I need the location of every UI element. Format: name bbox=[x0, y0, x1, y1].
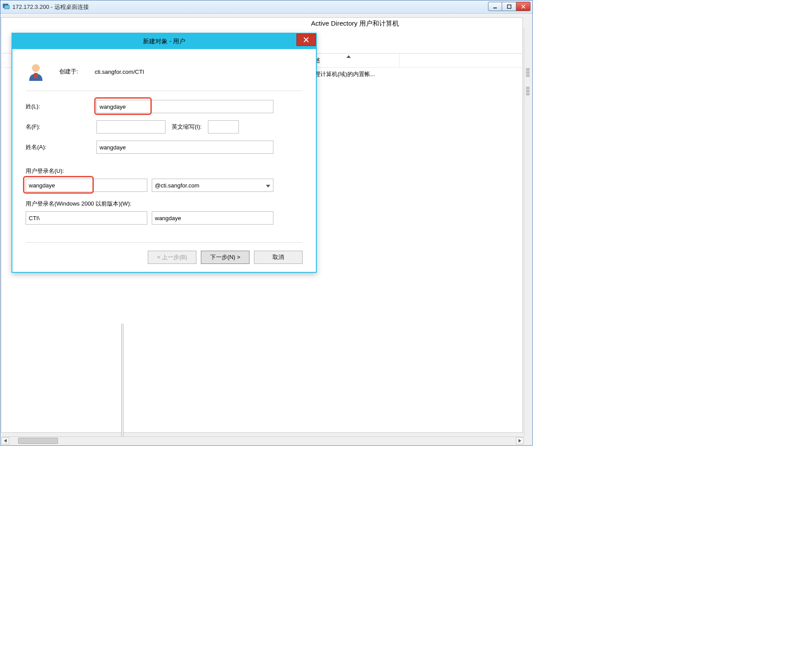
close-button[interactable] bbox=[516, 2, 530, 11]
first-name-input[interactable] bbox=[96, 120, 165, 134]
divider bbox=[26, 91, 303, 91]
netbios-domain-input[interactable] bbox=[26, 211, 147, 225]
last-name-label: 姓(L): bbox=[26, 103, 96, 111]
logon-name-input[interactable] bbox=[26, 179, 147, 192]
dialog-close-button[interactable] bbox=[296, 34, 316, 46]
initials-label: 英文缩写(I): bbox=[172, 123, 202, 131]
scroll-left-button[interactable] bbox=[1, 437, 9, 444]
svg-marker-13 bbox=[266, 185, 270, 187]
window-controls bbox=[488, 2, 530, 11]
user-icon bbox=[26, 61, 46, 82]
aduc-title: Active Directory 用户和计算机 bbox=[1, 18, 522, 29]
last-name-input[interactable] bbox=[96, 100, 273, 113]
created-in-value: cti.sangfor.com/CTI bbox=[95, 69, 144, 75]
back-button: < 上一步(B) bbox=[148, 251, 196, 264]
scroll-track[interactable] bbox=[9, 437, 516, 444]
first-name-label: 名(F): bbox=[26, 123, 96, 131]
logon-name-label: 用户登录名(U): bbox=[26, 167, 303, 175]
rdp-title: 172.172.3.200 - 远程桌面连接 bbox=[12, 3, 89, 11]
svg-rect-1 bbox=[4, 5, 9, 9]
scroll-right-button[interactable] bbox=[516, 437, 524, 444]
svg-rect-3 bbox=[507, 5, 511, 8]
cancel-button[interactable]: 取消 bbox=[254, 251, 303, 264]
next-button[interactable]: 下一步(N) > bbox=[201, 251, 250, 264]
svg-marker-6 bbox=[346, 55, 351, 58]
sort-ascending-icon bbox=[346, 53, 351, 59]
svg-point-11 bbox=[32, 64, 40, 72]
wizard-buttons: < 上一步(B) 下一步(N) > 取消 bbox=[26, 251, 303, 264]
full-name-input[interactable] bbox=[96, 141, 273, 154]
logon-2000-label: 用户登录名(Windows 2000 以前版本)(W): bbox=[26, 200, 303, 208]
chevron-down-icon bbox=[266, 182, 270, 189]
scrollbar-marks bbox=[524, 68, 532, 96]
dialog-title: 新建对象 - 用户 bbox=[143, 38, 185, 46]
initials-input[interactable] bbox=[208, 120, 239, 134]
new-user-dialog: 新建对象 - 用户 创建于: cti.sangfor.com/CTI 姓(L): bbox=[12, 33, 317, 273]
rdp-content: Active Directory 用户和计算机 述 理计算机(域)的内置帐... bbox=[1, 14, 532, 445]
pane-splitter[interactable] bbox=[121, 324, 123, 437]
full-name-label: 姓名(A): bbox=[26, 143, 96, 151]
column-header-description[interactable]: 述 bbox=[311, 53, 400, 67]
dialog-body: 创建于: cti.sangfor.com/CTI 姓(L): 名(F): 英文缩… bbox=[12, 49, 316, 272]
scroll-thumb[interactable] bbox=[18, 438, 58, 444]
list-item[interactable]: 理计算机(域)的内置帐... bbox=[315, 70, 519, 78]
rdp-titlebar[interactable]: 172.172.3.200 - 远程桌面连接 bbox=[0, 0, 532, 14]
domain-select[interactable]: @cti.sangfor.com bbox=[152, 179, 273, 192]
logon-2000-input[interactable] bbox=[152, 211, 273, 225]
minimize-button[interactable] bbox=[488, 2, 502, 11]
svg-rect-12 bbox=[34, 73, 38, 78]
created-in-label: 创建于: bbox=[59, 68, 95, 76]
rdp-icon bbox=[3, 3, 10, 11]
svg-marker-7 bbox=[4, 439, 7, 443]
maximize-button[interactable] bbox=[502, 2, 516, 11]
domain-select-value: @cti.sangfor.com bbox=[155, 182, 200, 189]
divider bbox=[26, 242, 303, 243]
horizontal-scrollbar[interactable] bbox=[1, 436, 524, 444]
dialog-titlebar[interactable]: 新建对象 - 用户 bbox=[12, 34, 316, 49]
svg-marker-8 bbox=[519, 439, 521, 443]
vertical-scrollbar[interactable] bbox=[524, 28, 532, 436]
rdp-window: 172.172.3.200 - 远程桌面连接 Active Directory … bbox=[0, 0, 533, 446]
